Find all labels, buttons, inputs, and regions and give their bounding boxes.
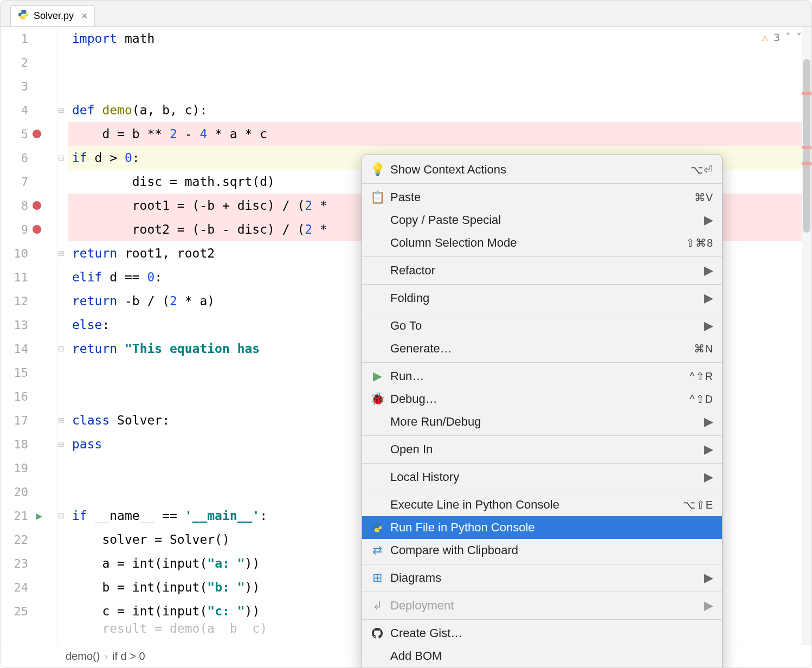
menu-item[interactable]: Run File in Python Console xyxy=(362,516,722,539)
error-stripe-mark[interactable] xyxy=(802,162,811,165)
breakpoint-icon[interactable] xyxy=(33,130,41,138)
gutter-line[interactable]: 21▶ xyxy=(1,504,57,528)
menu-item[interactable]: Generate…⌘N xyxy=(362,337,722,360)
file-tab[interactable]: Solver.py × xyxy=(10,5,95,26)
menu-item[interactable]: Add BOM xyxy=(362,645,722,667)
menu-shortcut: ^⇧D xyxy=(689,393,713,406)
menu-item-label: Diagrams xyxy=(390,571,698,585)
run-gutter-icon[interactable]: ▶ xyxy=(36,509,42,522)
code-line[interactable]: def demo(a, b, c): xyxy=(68,98,811,122)
menu-item[interactable]: Go To▶ xyxy=(362,314,722,337)
chevron-up-icon[interactable]: ˄ xyxy=(785,31,791,44)
code-line[interactable] xyxy=(68,74,811,98)
gutter-line[interactable]: 11 xyxy=(1,265,57,289)
menu-item-label: Deployment xyxy=(390,599,698,613)
gutter-line[interactable]: 20 xyxy=(1,480,57,504)
diff-icon: ⇄ xyxy=(371,543,384,557)
menu-item[interactable]: ⊞Diagrams▶ xyxy=(362,567,722,589)
chevron-down-icon[interactable]: ˅ xyxy=(796,31,802,44)
menu-item[interactable]: ⇄Compare with Clipboard xyxy=(362,539,722,562)
menu-separator xyxy=(362,619,722,620)
menu-item[interactable]: Column Selection Mode⇧⌘8 xyxy=(362,232,722,254)
menu-separator xyxy=(362,183,722,184)
menu-item[interactable]: Folding▶ xyxy=(362,287,722,310)
warning-count: 3 xyxy=(774,31,780,44)
menu-shortcut: ^⇧R xyxy=(689,370,713,383)
gutter-line[interactable]: 24 xyxy=(1,575,57,599)
menu-item[interactable]: Execute Line in Python Console⌥⇧E xyxy=(362,493,722,516)
menu-item-label: Run File in Python Console xyxy=(390,521,713,535)
fold-column[interactable]: ⊟⊟⊟⊟⊟⊟⊟ xyxy=(58,27,68,645)
gutter-line[interactable]: 22 xyxy=(1,528,57,551)
gutter[interactable]: 123456789101112131415161718192021▶222324… xyxy=(1,27,58,645)
menu-separator xyxy=(362,592,722,592)
menu-item[interactable]: 📋Paste⌘V xyxy=(362,186,722,209)
gutter-line[interactable]: 17 xyxy=(1,408,57,432)
gutter-line[interactable]: 19 xyxy=(1,456,57,480)
menu-item[interactable]: Copy / Paste Special▶ xyxy=(362,209,722,232)
context-menu: 💡Show Context Actions⌥⏎📋Paste⌘VCopy / Pa… xyxy=(362,155,723,668)
menu-item-label: Compare with Clipboard xyxy=(390,543,713,557)
gutter-line[interactable]: 13 xyxy=(1,313,57,337)
error-stripe-mark[interactable] xyxy=(802,146,811,149)
fold-toggle-icon[interactable]: ⊟ xyxy=(58,153,65,162)
submenu-arrow-icon: ▶ xyxy=(704,571,713,585)
menu-item: ↲Deployment▶ xyxy=(362,594,722,617)
fold-toggle-icon[interactable]: ⊟ xyxy=(58,106,65,114)
gutter-line[interactable]: 1 xyxy=(1,27,57,50)
code-line[interactable]: d = b ** 2 - 4 * a * c xyxy=(68,122,811,146)
menu-item[interactable]: More Run/Debug▶ xyxy=(362,410,722,433)
menu-item-label: Debug… xyxy=(390,392,683,406)
menu-item[interactable]: ▶Run…^⇧R xyxy=(362,365,722,388)
fold-toggle-icon[interactable]: ⊟ xyxy=(58,416,65,425)
inspections-widget[interactable]: ⚠ 3 ˄ ˅ xyxy=(762,31,802,44)
svg-point-0 xyxy=(21,11,22,12)
breadcrumb-item[interactable]: demo() xyxy=(66,650,100,663)
menu-shortcut: ⌘V xyxy=(694,191,713,204)
gutter-line[interactable]: 9 xyxy=(1,217,57,241)
error-stripe-mark[interactable] xyxy=(802,92,811,95)
gutter-line[interactable]: 12 xyxy=(1,289,57,313)
fold-toggle-icon[interactable]: ⊟ xyxy=(58,249,65,258)
menu-item[interactable]: 💡Show Context Actions⌥⏎ xyxy=(362,158,722,181)
breakpoint-icon[interactable] xyxy=(33,225,41,234)
fold-toggle-icon[interactable]: ⊟ xyxy=(58,440,65,448)
menu-item[interactable]: Refactor▶ xyxy=(362,259,722,282)
gutter-line[interactable]: 5 xyxy=(1,122,57,146)
breadcrumb-item[interactable]: if d > 0 xyxy=(112,650,145,663)
gutter-line[interactable]: 23 xyxy=(1,551,57,575)
gutter-line[interactable]: 6 xyxy=(1,146,57,170)
breakpoint-icon[interactable] xyxy=(33,201,41,210)
scrollbar-track[interactable] xyxy=(802,27,811,645)
menu-item[interactable]: Open In▶ xyxy=(362,438,722,461)
menu-item-label: Create Gist… xyxy=(390,626,713,640)
gutter-line[interactable]: 25 xyxy=(1,599,57,623)
gutter-line[interactable]: 2 xyxy=(1,50,57,74)
menu-shortcut: ⌥⏎ xyxy=(691,163,713,176)
gutter-line[interactable]: 10 xyxy=(1,241,57,265)
gutter-line[interactable]: 18 xyxy=(1,432,57,456)
submenu-arrow-icon: ▶ xyxy=(704,319,713,333)
gutter-line[interactable]: 16 xyxy=(1,384,57,408)
gutter-line[interactable]: 4 xyxy=(1,98,57,122)
submenu-arrow-icon: ▶ xyxy=(704,599,713,613)
gutter-line[interactable]: 3 xyxy=(1,74,57,98)
run-icon: ▶ xyxy=(371,369,384,383)
gutter-line[interactable]: 14 xyxy=(1,337,57,361)
gutter-line[interactable]: 15 xyxy=(1,361,57,384)
gutter-line[interactable]: 7 xyxy=(1,170,57,194)
menu-item[interactable]: Local History▶ xyxy=(362,466,722,489)
fold-toggle-icon[interactable]: ⊟ xyxy=(58,511,65,520)
menu-item-label: Go To xyxy=(390,319,698,333)
gutter-line[interactable]: 8 xyxy=(1,194,57,217)
menu-item[interactable]: Create Gist… xyxy=(362,622,722,645)
diagram-icon: ⊞ xyxy=(371,571,384,585)
menu-separator xyxy=(362,435,722,436)
code-line[interactable] xyxy=(68,50,811,74)
svg-point-1 xyxy=(25,18,26,19)
fold-toggle-icon[interactable]: ⊟ xyxy=(58,344,65,353)
menu-item[interactable]: 🐞Debug…^⇧D xyxy=(362,388,722,410)
code-line[interactable]: import math xyxy=(68,27,811,50)
close-tab-icon[interactable]: × xyxy=(81,10,88,22)
warning-icon: ⚠ xyxy=(762,31,768,44)
